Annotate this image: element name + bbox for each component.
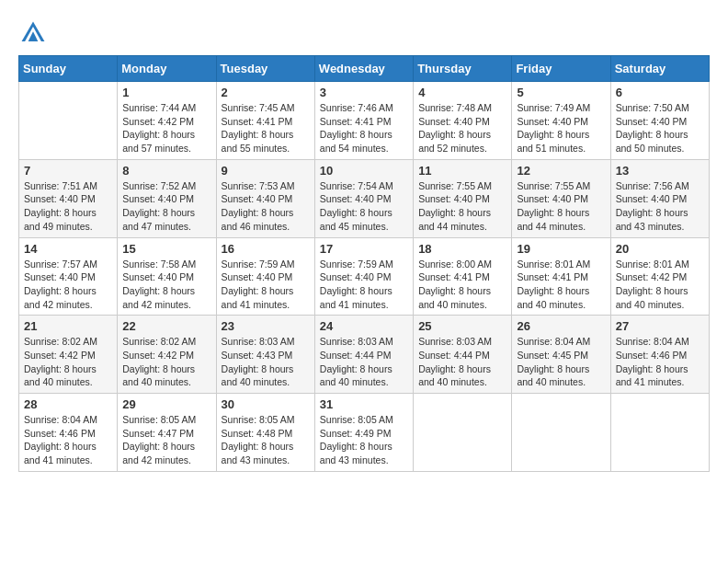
day-info: Sunrise: 7:51 AMSunset: 4:40 PMDaylight:… (24, 179, 112, 234)
page-header (18, 18, 710, 48)
day-number: 31 (320, 397, 408, 411)
daylight-hours-text: Daylight: 8 hours (517, 129, 589, 140)
sunrise-text: Sunrise: 8:05 AM (320, 414, 393, 425)
header-monday: Monday (118, 56, 216, 82)
daylight-minutes-text: and 55 minutes. (222, 143, 290, 154)
day-number: 19 (517, 242, 605, 256)
daylight-hours-text: Daylight: 8 hours (24, 285, 97, 296)
day-number: 13 (616, 164, 704, 178)
daylight-minutes-text: and 40 minutes. (320, 376, 389, 387)
daylight-hours-text: Daylight: 8 hours (320, 285, 392, 296)
day-cell: 1Sunrise: 7:44 AMSunset: 4:42 PMDaylight… (118, 82, 216, 160)
daylight-hours-text: Daylight: 8 hours (122, 285, 195, 296)
day-number: 18 (418, 242, 506, 256)
sunset-text: Sunset: 4:47 PM (122, 428, 194, 439)
daylight-minutes-text: and 57 minutes. (122, 143, 191, 154)
day-cell: 4Sunrise: 7:48 AMSunset: 4:40 PMDaylight… (414, 82, 512, 160)
day-info: Sunrise: 7:45 AMSunset: 4:41 PMDaylight:… (222, 101, 310, 155)
header-sunday: Sunday (19, 56, 118, 82)
sunset-text: Sunset: 4:49 PM (320, 428, 392, 439)
day-number: 22 (122, 319, 210, 333)
day-cell: 20Sunrise: 8:01 AMSunset: 4:42 PMDayligh… (610, 237, 709, 316)
sunrise-text: Sunrise: 7:53 AM (222, 180, 295, 191)
sunset-text: Sunset: 4:48 PM (222, 428, 293, 439)
day-info: Sunrise: 8:02 AMSunset: 4:42 PMDaylight:… (24, 335, 112, 389)
sunset-text: Sunset: 4:42 PM (24, 350, 96, 361)
daylight-minutes-text: and 43 minutes. (320, 454, 389, 465)
day-number: 24 (320, 319, 408, 333)
day-info: Sunrise: 7:49 AMSunset: 4:40 PMDaylight:… (517, 101, 605, 155)
week-row-3: 14Sunrise: 7:57 AMSunset: 4:40 PMDayligh… (19, 237, 710, 316)
day-cell: 25Sunrise: 8:03 AMSunset: 4:44 PMDayligh… (414, 316, 512, 394)
sunrise-text: Sunrise: 7:59 AM (222, 259, 295, 270)
day-info: Sunrise: 8:01 AMSunset: 4:41 PMDaylight:… (517, 258, 605, 312)
daylight-minutes-text: and 50 minutes. (616, 143, 685, 154)
daylight-hours-text: Daylight: 8 hours (222, 441, 294, 452)
day-info: Sunrise: 8:00 AMSunset: 4:41 PMDaylight:… (418, 258, 506, 312)
day-number: 28 (24, 397, 112, 411)
day-number: 7 (24, 164, 112, 178)
sunrise-text: Sunrise: 7:45 AM (222, 102, 295, 113)
daylight-hours-text: Daylight: 8 hours (122, 207, 195, 218)
day-number: 10 (320, 164, 408, 178)
daylight-hours-text: Daylight: 8 hours (122, 441, 195, 452)
header-tuesday: Tuesday (216, 56, 314, 82)
sunrise-text: Sunrise: 7:50 AM (616, 102, 689, 113)
day-info: Sunrise: 7:54 AMSunset: 4:40 PMDaylight:… (320, 179, 408, 234)
daylight-minutes-text: and 45 minutes. (320, 221, 389, 232)
sunset-text: Sunset: 4:46 PM (24, 428, 96, 439)
day-cell: 21Sunrise: 8:02 AMSunset: 4:42 PMDayligh… (19, 316, 118, 394)
day-cell (610, 394, 709, 472)
daylight-hours-text: Daylight: 8 hours (320, 441, 392, 452)
sunrise-text: Sunrise: 7:51 AM (24, 180, 97, 191)
day-number: 17 (320, 242, 408, 256)
day-info: Sunrise: 8:03 AMSunset: 4:44 PMDaylight:… (320, 335, 408, 389)
sunset-text: Sunset: 4:44 PM (320, 350, 392, 361)
day-cell: 12Sunrise: 7:55 AMSunset: 4:40 PMDayligh… (512, 159, 610, 237)
daylight-minutes-text: and 43 minutes. (222, 454, 290, 465)
day-cell: 24Sunrise: 8:03 AMSunset: 4:44 PMDayligh… (314, 316, 413, 394)
sunset-text: Sunset: 4:40 PM (418, 116, 490, 127)
daylight-hours-text: Daylight: 8 hours (222, 363, 294, 374)
day-number: 9 (222, 164, 310, 178)
sunrise-text: Sunrise: 8:00 AM (418, 259, 492, 270)
daylight-minutes-text: and 52 minutes. (418, 143, 487, 154)
week-row-5: 28Sunrise: 8:04 AMSunset: 4:46 PMDayligh… (19, 394, 710, 472)
day-info: Sunrise: 7:56 AMSunset: 4:40 PMDaylight:… (616, 179, 704, 234)
sunset-text: Sunset: 4:46 PM (616, 350, 688, 361)
header-wednesday: Wednesday (314, 56, 413, 82)
day-info: Sunrise: 7:46 AMSunset: 4:41 PMDaylight:… (320, 101, 408, 155)
sunset-text: Sunset: 4:40 PM (24, 271, 96, 282)
sunrise-text: Sunrise: 8:03 AM (418, 336, 492, 347)
sunrise-text: Sunrise: 8:05 AM (122, 414, 196, 425)
day-cell: 13Sunrise: 7:56 AMSunset: 4:40 PMDayligh… (610, 159, 709, 237)
sunrise-text: Sunrise: 8:04 AM (24, 414, 97, 425)
day-number: 6 (616, 86, 704, 99)
day-cell: 29Sunrise: 8:05 AMSunset: 4:47 PMDayligh… (118, 394, 216, 472)
daylight-minutes-text: and 42 minutes. (24, 299, 93, 310)
sunset-text: Sunset: 4:40 PM (320, 271, 392, 282)
header-friday: Friday (512, 56, 610, 82)
day-info: Sunrise: 7:48 AMSunset: 4:40 PMDaylight:… (418, 101, 506, 155)
sunrise-text: Sunrise: 7:58 AM (122, 259, 196, 270)
sunrise-text: Sunrise: 8:04 AM (616, 336, 689, 347)
day-number: 15 (122, 242, 210, 256)
day-info: Sunrise: 7:59 AMSunset: 4:40 PMDaylight:… (320, 258, 408, 312)
daylight-minutes-text: and 40 minutes. (418, 376, 487, 387)
daylight-hours-text: Daylight: 8 hours (616, 207, 688, 218)
sunset-text: Sunset: 4:40 PM (418, 193, 490, 204)
sunset-text: Sunset: 4:40 PM (616, 116, 688, 127)
daylight-hours-text: Daylight: 8 hours (24, 441, 97, 452)
daylight-minutes-text: and 40 minutes. (122, 376, 191, 387)
day-info: Sunrise: 8:02 AMSunset: 4:42 PMDaylight:… (122, 335, 210, 389)
daylight-hours-text: Daylight: 8 hours (418, 207, 491, 218)
day-cell: 22Sunrise: 8:02 AMSunset: 4:42 PMDayligh… (118, 316, 216, 394)
day-cell: 19Sunrise: 8:01 AMSunset: 4:41 PMDayligh… (512, 237, 610, 316)
day-info: Sunrise: 8:04 AMSunset: 4:46 PMDaylight:… (616, 335, 704, 389)
day-number: 29 (122, 397, 210, 411)
day-number: 27 (616, 319, 704, 333)
daylight-hours-text: Daylight: 8 hours (320, 129, 392, 140)
daylight-minutes-text: and 46 minutes. (222, 221, 290, 232)
daylight-hours-text: Daylight: 8 hours (418, 129, 491, 140)
week-row-2: 7Sunrise: 7:51 AMSunset: 4:40 PMDaylight… (19, 159, 710, 237)
